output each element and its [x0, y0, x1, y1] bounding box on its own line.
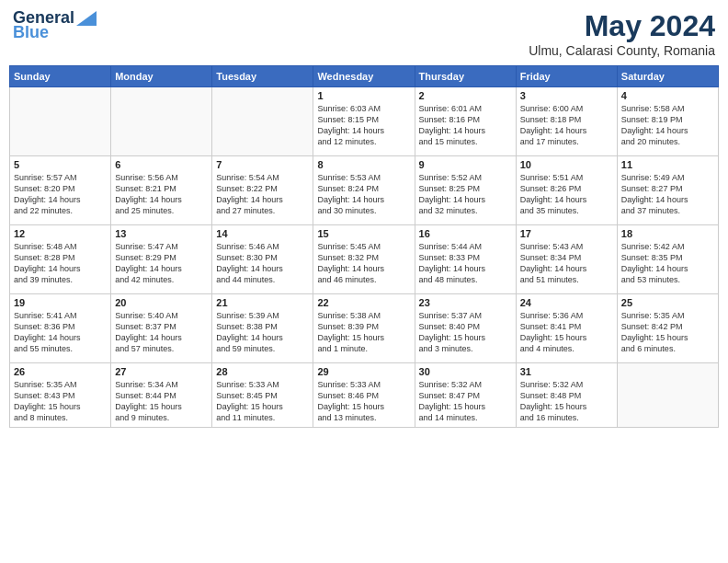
calendar-day-cell: 18Sunrise: 5:42 AMSunset: 8:35 PMDayligh…	[617, 225, 718, 294]
day-number: 17	[520, 228, 613, 239]
logo-icon	[76, 11, 97, 26]
calendar-week-row: 26Sunrise: 5:35 AMSunset: 8:43 PMDayligh…	[10, 363, 719, 428]
calendar-day-cell: 7Sunrise: 5:54 AMSunset: 8:22 PMDaylight…	[212, 156, 313, 225]
calendar-day-cell: 26Sunrise: 5:35 AMSunset: 8:43 PMDayligh…	[10, 363, 111, 428]
day-info: Sunrise: 5:51 AMSunset: 8:26 PMDaylight:…	[520, 172, 613, 217]
page-header: General Blue May 2024 Ulmu, Calarasi Cou…	[9, 9, 719, 58]
day-info: Sunrise: 5:46 AMSunset: 8:30 PMDaylight:…	[216, 241, 309, 286]
day-info: Sunrise: 5:56 AMSunset: 8:21 PMDaylight:…	[115, 172, 208, 217]
day-number: 4	[621, 90, 714, 101]
calendar-table: SundayMondayTuesdayWednesdayThursdayFrid…	[9, 65, 719, 428]
day-info: Sunrise: 5:41 AMSunset: 8:36 PMDaylight:…	[14, 310, 107, 355]
day-number: 18	[621, 228, 714, 239]
calendar-day-cell: 5Sunrise: 5:57 AMSunset: 8:20 PMDaylight…	[10, 156, 111, 225]
day-number: 14	[216, 228, 309, 239]
calendar-week-row: 1Sunrise: 6:03 AMSunset: 8:15 PMDaylight…	[10, 87, 719, 156]
day-number: 20	[115, 297, 208, 308]
calendar-day-cell: 12Sunrise: 5:48 AMSunset: 8:28 PMDayligh…	[10, 225, 111, 294]
day-info: Sunrise: 5:54 AMSunset: 8:22 PMDaylight:…	[216, 172, 309, 217]
calendar-week-row: 12Sunrise: 5:48 AMSunset: 8:28 PMDayligh…	[10, 225, 719, 294]
calendar-day-cell: 9Sunrise: 5:52 AMSunset: 8:25 PMDaylight…	[415, 156, 516, 225]
calendar-day-cell: 24Sunrise: 5:36 AMSunset: 8:41 PMDayligh…	[516, 294, 617, 363]
title-area: May 2024 Ulmu, Calarasi County, Romania	[529, 9, 715, 58]
calendar-day-cell: 16Sunrise: 5:44 AMSunset: 8:33 PMDayligh…	[415, 225, 516, 294]
day-info: Sunrise: 5:52 AMSunset: 8:25 PMDaylight:…	[419, 172, 512, 217]
calendar-day-cell: 11Sunrise: 5:49 AMSunset: 8:27 PMDayligh…	[617, 156, 718, 225]
calendar-day-cell: 10Sunrise: 5:51 AMSunset: 8:26 PMDayligh…	[516, 156, 617, 225]
calendar-day-cell: 23Sunrise: 5:37 AMSunset: 8:40 PMDayligh…	[415, 294, 516, 363]
calendar-day-cell: 27Sunrise: 5:34 AMSunset: 8:44 PMDayligh…	[111, 363, 212, 428]
day-info: Sunrise: 6:01 AMSunset: 8:16 PMDaylight:…	[419, 103, 512, 148]
day-info: Sunrise: 5:35 AMSunset: 8:42 PMDaylight:…	[621, 310, 714, 355]
day-number: 28	[216, 366, 309, 377]
svg-marker-0	[76, 11, 97, 26]
day-number: 25	[621, 297, 714, 308]
calendar-day-cell: 2Sunrise: 6:01 AMSunset: 8:16 PMDaylight…	[415, 87, 516, 156]
weekday-header: Sunday	[10, 66, 111, 87]
calendar-day-cell: 14Sunrise: 5:46 AMSunset: 8:30 PMDayligh…	[212, 225, 313, 294]
calendar-day-cell: 15Sunrise: 5:45 AMSunset: 8:32 PMDayligh…	[313, 225, 415, 294]
day-info: Sunrise: 5:32 AMSunset: 8:47 PMDaylight:…	[419, 379, 512, 424]
day-number: 12	[14, 228, 107, 239]
day-info: Sunrise: 6:00 AMSunset: 8:18 PMDaylight:…	[520, 103, 613, 148]
weekday-header: Wednesday	[313, 66, 415, 87]
logo: General Blue	[13, 9, 97, 42]
day-info: Sunrise: 5:43 AMSunset: 8:34 PMDaylight:…	[520, 241, 613, 286]
calendar-week-row: 19Sunrise: 5:41 AMSunset: 8:36 PMDayligh…	[10, 294, 719, 363]
day-info: Sunrise: 5:57 AMSunset: 8:20 PMDaylight:…	[14, 172, 107, 217]
calendar-day-cell	[617, 363, 718, 428]
day-number: 2	[419, 90, 512, 101]
weekday-header: Friday	[516, 66, 617, 87]
day-number: 13	[115, 228, 208, 239]
day-info: Sunrise: 5:33 AMSunset: 8:45 PMDaylight:…	[216, 379, 309, 424]
logo-blue: Blue	[13, 24, 49, 42]
calendar-day-cell: 30Sunrise: 5:32 AMSunset: 8:47 PMDayligh…	[415, 363, 516, 428]
day-info: Sunrise: 5:33 AMSunset: 8:46 PMDaylight:…	[317, 379, 410, 424]
calendar-day-cell: 19Sunrise: 5:41 AMSunset: 8:36 PMDayligh…	[10, 294, 111, 363]
calendar-day-cell: 3Sunrise: 6:00 AMSunset: 8:18 PMDaylight…	[516, 87, 617, 156]
day-info: Sunrise: 5:32 AMSunset: 8:48 PMDaylight:…	[520, 379, 613, 424]
day-number: 29	[317, 366, 410, 377]
calendar-day-cell: 29Sunrise: 5:33 AMSunset: 8:46 PMDayligh…	[313, 363, 415, 428]
weekday-header: Thursday	[415, 66, 516, 87]
location: Ulmu, Calarasi County, Romania	[529, 43, 715, 58]
day-info: Sunrise: 5:47 AMSunset: 8:29 PMDaylight:…	[115, 241, 208, 286]
day-info: Sunrise: 5:58 AMSunset: 8:19 PMDaylight:…	[621, 103, 714, 148]
day-number: 15	[317, 228, 410, 239]
day-number: 11	[621, 159, 714, 170]
day-info: Sunrise: 5:45 AMSunset: 8:32 PMDaylight:…	[317, 241, 410, 286]
calendar-day-cell: 6Sunrise: 5:56 AMSunset: 8:21 PMDaylight…	[111, 156, 212, 225]
calendar-day-cell: 22Sunrise: 5:38 AMSunset: 8:39 PMDayligh…	[313, 294, 415, 363]
calendar-day-cell: 20Sunrise: 5:40 AMSunset: 8:37 PMDayligh…	[111, 294, 212, 363]
day-info: Sunrise: 5:35 AMSunset: 8:43 PMDaylight:…	[14, 379, 107, 424]
day-info: Sunrise: 5:48 AMSunset: 8:28 PMDaylight:…	[14, 241, 107, 286]
day-info: Sunrise: 5:39 AMSunset: 8:38 PMDaylight:…	[216, 310, 309, 355]
calendar-day-cell: 17Sunrise: 5:43 AMSunset: 8:34 PMDayligh…	[516, 225, 617, 294]
calendar-day-cell: 4Sunrise: 5:58 AMSunset: 8:19 PMDaylight…	[617, 87, 718, 156]
day-info: Sunrise: 5:44 AMSunset: 8:33 PMDaylight:…	[419, 241, 512, 286]
month-title: May 2024	[529, 9, 715, 43]
day-number: 26	[14, 366, 107, 377]
calendar-week-row: 5Sunrise: 5:57 AMSunset: 8:20 PMDaylight…	[10, 156, 719, 225]
day-info: Sunrise: 5:49 AMSunset: 8:27 PMDaylight:…	[621, 172, 714, 217]
day-number: 19	[14, 297, 107, 308]
day-number: 30	[419, 366, 512, 377]
day-number: 21	[216, 297, 309, 308]
day-info: Sunrise: 5:37 AMSunset: 8:40 PMDaylight:…	[419, 310, 512, 355]
calendar-day-cell: 28Sunrise: 5:33 AMSunset: 8:45 PMDayligh…	[212, 363, 313, 428]
day-info: Sunrise: 5:42 AMSunset: 8:35 PMDaylight:…	[621, 241, 714, 286]
day-info: Sunrise: 5:53 AMSunset: 8:24 PMDaylight:…	[317, 172, 410, 217]
calendar-day-cell	[212, 87, 313, 156]
day-number: 6	[115, 159, 208, 170]
day-number: 23	[419, 297, 512, 308]
day-number: 22	[317, 297, 410, 308]
day-info: Sunrise: 5:40 AMSunset: 8:37 PMDaylight:…	[115, 310, 208, 355]
calendar-day-cell: 21Sunrise: 5:39 AMSunset: 8:38 PMDayligh…	[212, 294, 313, 363]
calendar-day-cell	[111, 87, 212, 156]
day-number: 8	[317, 159, 410, 170]
day-number: 3	[520, 90, 613, 101]
calendar-day-cell: 31Sunrise: 5:32 AMSunset: 8:48 PMDayligh…	[516, 363, 617, 428]
calendar-day-cell	[10, 87, 111, 156]
day-number: 5	[14, 159, 107, 170]
day-number: 27	[115, 366, 208, 377]
